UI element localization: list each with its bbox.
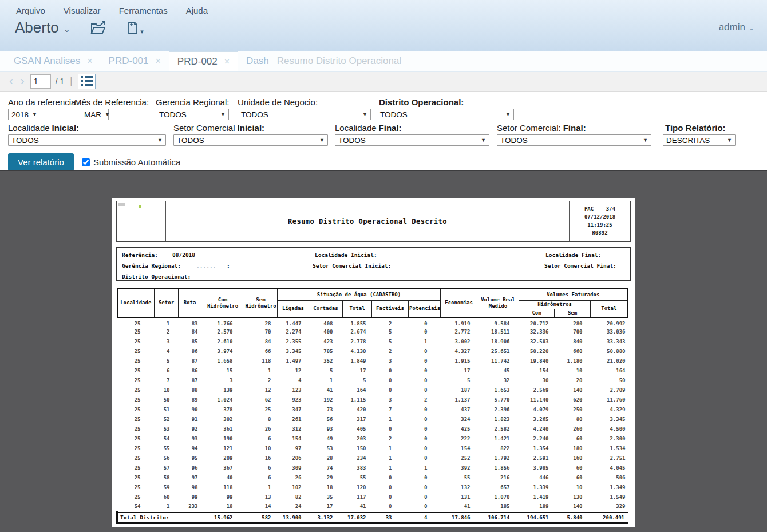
setor-comercial-final-select[interactable]: TODOS▼ bbox=[497, 134, 651, 146]
page-number-input[interactable] bbox=[30, 74, 51, 89]
next-page-icon[interactable]: › bbox=[19, 75, 25, 88]
menu-ferramentas[interactable]: Ferramentas bbox=[119, 6, 168, 15]
select-arrow-icon: ▼ bbox=[105, 112, 110, 117]
close-icon[interactable]: × bbox=[224, 57, 230, 67]
table-cell: 80 bbox=[555, 415, 591, 424]
unidade-negocio-select[interactable]: TODOS▼ bbox=[238, 109, 371, 120]
table-cell: 1 bbox=[409, 337, 441, 347]
table-cell: 2.591 bbox=[519, 454, 555, 463]
table-cell: 18.906 bbox=[477, 337, 519, 347]
table-cell: 28 bbox=[309, 454, 343, 463]
localidade-inicial-select[interactable]: TODOS▼ bbox=[8, 134, 166, 146]
close-icon[interactable]: × bbox=[87, 56, 92, 66]
tab-dash[interactable]: Dash Resumo Distrito Operacional bbox=[238, 51, 409, 71]
tab-gsan-analises[interactable]: GSAN Analises × bbox=[6, 51, 101, 71]
report-info-line: R0892 bbox=[570, 229, 630, 237]
table-cell: 383 bbox=[343, 463, 372, 473]
table-cell: 5.770 bbox=[477, 395, 519, 405]
new-report-icon[interactable]: ▾ bbox=[126, 21, 144, 35]
table-cell: 29 bbox=[309, 473, 343, 483]
table-cell: 120 bbox=[343, 483, 372, 493]
filter-label: Mês de Referencia: bbox=[74, 97, 149, 107]
menu-visualizar[interactable]: Visualizar bbox=[64, 6, 101, 15]
table-cell: 84 bbox=[244, 337, 278, 347]
table-cell: 92 bbox=[179, 424, 201, 434]
table-cell: 3 bbox=[155, 337, 179, 347]
table-cell: 1.180 bbox=[555, 356, 591, 366]
toc-line bbox=[81, 84, 95, 86]
table-cell: 1.919 bbox=[441, 317, 477, 327]
table-cell: 5 bbox=[155, 356, 179, 366]
col-header: Potenciais bbox=[409, 300, 441, 317]
tab-prd-002[interactable]: PRD-002 × bbox=[169, 51, 238, 71]
table-cell: 302 bbox=[201, 415, 244, 424]
close-icon[interactable]: × bbox=[156, 56, 161, 66]
total-cell: 194.651 bbox=[519, 512, 555, 523]
table-cell: 329 bbox=[591, 502, 628, 512]
table-cell: 324 bbox=[441, 415, 477, 424]
table-cell: 50.880 bbox=[591, 347, 628, 356]
tab-prd-001[interactable]: PRD-001 × bbox=[101, 51, 169, 71]
table-cell: 822 bbox=[477, 444, 519, 454]
table-cell: 25 bbox=[117, 347, 155, 356]
table-cell: 99 bbox=[179, 493, 201, 502]
submissao-automatica-checkbox[interactable] bbox=[82, 158, 90, 166]
table-cell: 32 bbox=[477, 376, 519, 386]
filter-localidade-inicial: LocalidadeInicial: TODOS▼ bbox=[8, 123, 173, 146]
filter-tipo-relatorio: Tipo Relatório: DESCRITAS▼ bbox=[663, 123, 737, 146]
menu-ajuda[interactable]: Ajuda bbox=[186, 6, 208, 15]
tab-bar: GSAN Analises × PRD-001 × PRD-002 × Dash… bbox=[0, 51, 767, 72]
page-total: / 1 bbox=[56, 77, 65, 86]
ver-relatorio-button[interactable]: Ver relatório bbox=[8, 153, 74, 171]
table-cell: 117 bbox=[343, 493, 372, 502]
table-cell: 1 bbox=[244, 483, 278, 493]
table-cell: 2.709 bbox=[591, 386, 628, 395]
table-of-contents-icon[interactable] bbox=[78, 74, 96, 89]
table-cell: 233 bbox=[179, 502, 201, 512]
table-cell: 203 bbox=[343, 434, 372, 444]
table-cell: 1.339 bbox=[519, 483, 555, 493]
table-cell: 84 bbox=[179, 327, 201, 337]
localidade-final-select[interactable]: TODOS▼ bbox=[335, 134, 489, 146]
table-cell: 139 bbox=[201, 386, 244, 395]
table-cell: 446 bbox=[519, 473, 555, 483]
table-row: 255493190615449203202221.4212.240602.300 bbox=[117, 434, 628, 444]
menu-arquivo[interactable]: Arquivo bbox=[16, 6, 45, 15]
report-table-body: 251831.766281.4474081.855201.9199.58420.… bbox=[117, 317, 628, 512]
gerencia-regional-select[interactable]: TODOS▼ bbox=[156, 109, 229, 120]
ano-referencia-select[interactable]: 2018▼ bbox=[8, 109, 35, 120]
table-cell: 41 bbox=[441, 502, 477, 512]
mes-referencia-select[interactable]: MAR▼ bbox=[81, 109, 109, 120]
user-menu[interactable]: admin⌄ bbox=[719, 22, 754, 33]
report-viewer[interactable]: Resumo Distrito Operacional Descrito PAC… bbox=[0, 170, 767, 532]
distrito-operacional-label: Distrito Operacional: bbox=[122, 273, 191, 280]
prev-page-icon[interactable]: ‹ bbox=[8, 75, 14, 88]
toc-line bbox=[81, 80, 95, 82]
table-cell: 10 bbox=[555, 483, 591, 493]
tipo-relatorio-select[interactable]: DESCRITAS▼ bbox=[663, 134, 736, 146]
table-cell: 0 bbox=[409, 444, 441, 454]
filter-unidade-negocio: Unidade de Negocio: TODOS▼ bbox=[238, 97, 377, 120]
table-cell: 923 bbox=[278, 395, 309, 405]
table-cell: 1 bbox=[372, 454, 409, 463]
table-cell: 20 bbox=[555, 376, 591, 386]
table-cell: 86 bbox=[179, 347, 201, 356]
table-cell: 18 bbox=[309, 483, 343, 493]
table-cell: 160 bbox=[555, 454, 591, 463]
open-folder-icon[interactable] bbox=[90, 21, 107, 35]
setor-comercial-inicial-select[interactable]: TODOS▼ bbox=[173, 134, 328, 146]
table-cell: 367 bbox=[201, 463, 244, 473]
table-cell: 56 bbox=[155, 454, 179, 463]
table-cell: 620 bbox=[555, 395, 591, 405]
gerencia-regional-value: ...... bbox=[196, 263, 216, 269]
table-cell: 51 bbox=[155, 405, 179, 415]
distrito-operacional-select[interactable]: TODOS▼ bbox=[377, 109, 514, 120]
tab-label: PRD-002 bbox=[177, 56, 218, 68]
table-cell: 66 bbox=[244, 347, 278, 356]
table-row: 25609999138235117001311.0701.4191301.549 bbox=[117, 493, 628, 502]
table-cell: 2.674 bbox=[343, 327, 372, 337]
table-cell: 0 bbox=[372, 366, 409, 376]
table-cell: 4.327 bbox=[441, 347, 477, 356]
col-header: Economias bbox=[441, 289, 477, 317]
open-dropdown[interactable]: Aberto bbox=[15, 19, 59, 37]
